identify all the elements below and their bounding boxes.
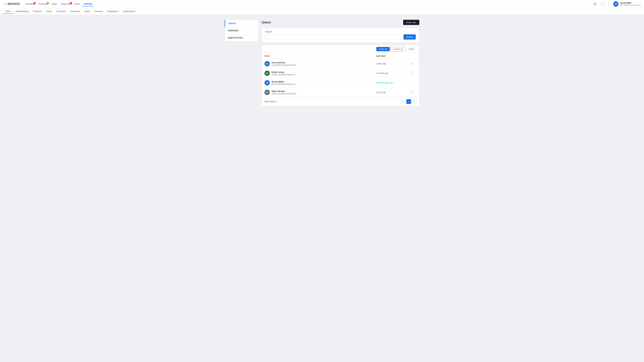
user-name: Jacob Miller [620,2,641,4]
second-nav-item-sales[interactable]: Sales [44,9,54,13]
user-name-0: Ava Johnson [272,61,296,64]
status-tabs: Active (4)Inactive (1)All (5) [262,45,419,53]
total-results: Total results: 4 [264,100,278,103]
user-details-0: Ava Johnsonava.johnson@example.com [272,61,296,66]
nav-item-bank[interactable]: Bank [73,2,82,6]
user-email-2: jacob.miller@example.com [272,83,296,85]
main-content: USERSPERSONSSUBSTITUTES Users Invite use… [221,15,422,111]
second-nav-item-subscription[interactable]: Subscription [121,9,137,13]
user-name-2: Jacob Miller [272,80,296,83]
table-body: AJAva Johnsonava.johnson@example.com3 da… [262,59,419,97]
search-label: Search [265,30,416,33]
user-email-3: oliver.brown@example.com [272,92,296,95]
user-cell-1: EJEmily Jonesemily.jones@example.com [264,70,376,76]
nav-badge-expenses: 1 [70,2,72,4]
user-details-1: Emily Jonesemily.jones@example.com [272,71,296,76]
second-nav-item-integrations[interactable]: Integrations [105,9,120,13]
nav-item-settings[interactable]: Settings [82,1,94,6]
second-nav-item-expenses[interactable]: Expenses [68,9,82,13]
col-header-name[interactable]: Name [264,55,376,57]
search-row: Search [265,34,416,39]
nav-item-expenses[interactable]: Expenses1 [60,2,72,6]
second-nav-item-general[interactable]: General [93,9,104,13]
nav-item-sales[interactable]: Sales [50,2,59,6]
help-button[interactable]: ? [600,1,605,6]
user-menu[interactable]: JM Jacob Miller Xero Demo Company Ltd [613,1,641,7]
sidebar-item-persons[interactable]: PERSONS [225,27,258,34]
action-cell-1: × [410,71,416,75]
top-nav-right: ▶ ? ⋮ JM Jacob Miller Xero Demo Company … [593,1,641,7]
page-1-button[interactable]: 1 [406,99,411,104]
user-name-3: Oliver Brown [272,90,296,92]
table-row: AJAva Johnsonava.johnson@example.com3 da… [262,59,419,68]
nav-badge-purchase: 8 [46,2,49,4]
second-nav: UsersBookkeepingContactsSalesPurchaseExp… [0,8,644,15]
user-company: Xero Demo Company Ltd [620,4,641,6]
invite-user-button[interactable]: Invite user [403,20,419,25]
action-cell-0: × [410,62,416,65]
remove-user-button[interactable]: × [410,90,414,94]
sidebar: USERSPERSONSSUBSTITUTES [225,20,258,106]
avatar: JM [264,80,270,85]
second-nav-item-contacts[interactable]: Contacts [31,9,44,13]
user-name-1: Emily Jones [272,71,296,73]
users-panel: Users Invite user Search Search Active (… [262,20,419,106]
remove-user-button[interactable]: × [410,62,414,65]
logo[interactable]: ⸻ ENVOICE [3,2,20,6]
table-row: OBOliver Brownoliver.brown@example.com1 … [262,88,419,97]
search-box: Search Search [262,28,419,42]
play-button[interactable]: ▶ [593,1,598,6]
user-email-0: ava.johnson@example.com [272,64,296,66]
user-details-3: Oliver Brownoliver.brown@example.com [272,90,296,95]
user-avatar: JM [613,1,618,7]
top-nav: ⸻ ENVOICE Workflow3Purchase8SalesExpense… [0,0,644,8]
avatar: EJ [264,70,270,76]
sidebar-item-substitutes[interactable]: SUBSTITUTES [225,34,258,41]
last-seen-2: a few seconds ago [376,82,410,84]
user-email-1: emily.jones@example.com [272,73,296,76]
top-nav-left: ⸻ ENVOICE Workflow3Purchase8SalesExpense… [3,1,94,6]
action-cell-3: × [410,90,416,94]
second-nav-item-bookkeeping[interactable]: Bookkeeping [14,9,30,13]
table-row: JMJacob Millerjacob.miller@example.coma … [262,78,419,88]
last-seen-3: 1 hour ago [376,91,410,93]
sidebar-item-users[interactable]: USERS [225,20,258,27]
page-title: Users [262,20,271,24]
user-details: Jacob Miller Xero Demo Company Ltd [620,2,641,6]
remove-user-button[interactable]: × [410,71,414,75]
last-seen-0: 3 days ago [376,62,410,65]
user-cell-3: OBOliver Brownoliver.brown@example.com [264,90,376,95]
more-button[interactable]: ⋮ [607,2,611,6]
pagination: Total results: 4 « 1 » [262,97,419,106]
table-row: EJEmily Jonesemily.jones@example.com3 mo… [262,68,419,78]
avatar: AJ [264,61,270,66]
col-header-actions [410,55,416,57]
nav-badge-workflow: 3 [33,2,36,4]
users-table: Active (4)Inactive (1)All (5) Name Last … [262,45,419,106]
second-nav-item-purchase[interactable]: Purchase [54,9,68,13]
last-seen-1: 3 months ago [376,72,410,74]
nav-item-workflow[interactable]: Workflow3 [24,2,36,6]
second-nav-item-users[interactable]: Users [3,9,13,14]
panel-header: Users Invite user [262,20,419,25]
user-initials: JM [614,3,617,5]
next-page-button[interactable]: » [412,99,416,104]
avatar: OB [264,90,270,95]
tab-active[interactable]: Active (4) [376,47,390,51]
logo-text: ENVOICE [8,2,20,5]
table-header: Name Last seen [262,53,419,59]
tab-inactive[interactable]: Inactive (1) [390,47,405,51]
col-header-last-seen: Last seen [376,55,410,57]
search-input[interactable] [265,34,402,39]
search-button[interactable]: Search [404,34,416,39]
tab-all[interactable]: All (5) [406,47,416,51]
second-nav-item-items[interactable]: Items [83,9,92,13]
prev-page-button[interactable]: « [401,99,406,104]
nav-item-purchase[interactable]: Purchase8 [37,2,49,6]
page-buttons: « 1 » [401,99,416,104]
logo-icon: ⸻ [3,2,7,6]
user-cell-2: JMJacob Millerjacob.miller@example.com [264,80,376,85]
user-cell-0: AJAva Johnsonava.johnson@example.com [264,61,376,66]
user-details-2: Jacob Millerjacob.miller@example.com [272,80,296,85]
main-nav: Workflow3Purchase8SalesExpenses1BankSett… [24,1,94,6]
